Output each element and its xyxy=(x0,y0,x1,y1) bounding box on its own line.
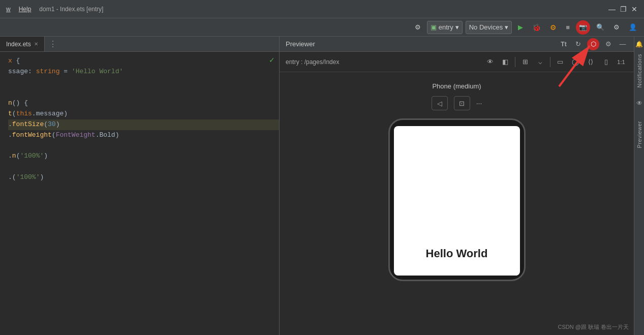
dropdown-chevron-icon: ▾ xyxy=(455,23,459,31)
title-bar: w Help dom1 - Index.ets [entry] — ❐ ✕ xyxy=(0,0,644,18)
menu-help[interactable]: Help xyxy=(19,6,32,13)
device-more-button[interactable]: ··· xyxy=(476,99,482,107)
minimize-button[interactable]: — xyxy=(608,6,616,13)
code-lines: x { ssage: string = 'Hello World' n() { … xyxy=(0,56,279,183)
notifications-label[interactable]: Notifications xyxy=(636,54,642,87)
no-devices-label: No Devices xyxy=(469,23,503,31)
user-icon: 👤 xyxy=(629,23,637,31)
editor-panel: Index.ets ✕ ⋮ ✓ x { ssage: string = 'Hel… xyxy=(0,37,280,335)
tab-more-button[interactable]: ⋮ xyxy=(45,39,61,49)
phone-screen: Hello World xyxy=(394,126,520,276)
layers-button[interactable]: ◧ xyxy=(499,55,512,69)
dropdown-view-button[interactable]: ⌵ xyxy=(534,55,547,69)
toolbar-separator-2 xyxy=(550,57,550,67)
highlighted-icon[interactable]: ⬡ xyxy=(587,38,599,50)
stop-button[interactable]: ■ xyxy=(563,21,573,34)
previewer-title: Previewer xyxy=(286,40,315,48)
code-line-2: ssage: string = 'Hello World' xyxy=(8,67,279,77)
code-line-12: .('100%') xyxy=(8,172,279,183)
previewer-sidebar-label[interactable]: Previewer xyxy=(636,121,642,148)
eye-icon[interactable]: 👁 xyxy=(636,100,642,107)
previewer-toolbar-right: 👁 ◧ ⊞ ⌵ ▭ ◯ ⟨⟩ ▯ 1:1 xyxy=(483,55,628,69)
rect-tool-button[interactable]: ▭ xyxy=(554,55,567,69)
ratio-button[interactable]: 1:1 xyxy=(615,55,628,69)
code-line-7: .fontSize(30) xyxy=(8,119,279,130)
code-line-4 xyxy=(8,87,279,98)
debug-run-button[interactable]: 🐞 xyxy=(529,21,544,34)
grid-view-button[interactable]: ⊞ xyxy=(518,55,532,69)
window-controls: — ❐ ✕ xyxy=(608,6,638,13)
inspect-button[interactable]: ⟨⟩ xyxy=(584,55,597,69)
debug-run-icon: 🐞 xyxy=(532,23,541,32)
code-line-11 xyxy=(8,162,279,172)
refresh-icon[interactable]: ↻ xyxy=(573,39,583,49)
tab-label: Index.ets xyxy=(6,41,31,48)
menu-w[interactable]: w xyxy=(6,6,11,13)
close-button[interactable]: ✕ xyxy=(631,6,638,13)
code-line-10: .n('100%') xyxy=(8,151,279,162)
play-icon: ▶ xyxy=(518,23,523,31)
right-sidebar: 🔔 Notifications 👁 Previewer xyxy=(634,37,644,335)
editor-tabs: Index.ets ✕ ⋮ xyxy=(0,37,279,52)
code-line-5: n() { xyxy=(8,98,279,109)
snapshot-button[interactable]: 📷 xyxy=(576,20,590,35)
device-label: Phone (medium) xyxy=(432,82,481,90)
rerun-icon: ⚙ xyxy=(550,23,557,32)
settings-icon: ⚙ xyxy=(614,23,620,31)
code-line-3 xyxy=(8,77,279,88)
circle-tool-button[interactable]: ◯ xyxy=(569,55,582,69)
search-button[interactable]: 🔍 xyxy=(593,21,607,34)
minimize-panel-icon[interactable]: — xyxy=(618,39,628,49)
no-devices-dropdown[interactable]: No Devices ▾ xyxy=(466,21,512,34)
previewer-header: Previewer Tt ↻ ⬡ ⚙ — xyxy=(280,37,634,52)
code-line-9 xyxy=(8,140,279,151)
code-line-6: t(this.message) xyxy=(8,109,279,119)
code-line-8: .fontWeight(FontWeight.Bold) xyxy=(8,130,279,141)
snapshot-icon: 📷 xyxy=(579,23,587,31)
previewer-header-icons: Tt ↻ ⬡ ⚙ — xyxy=(559,38,628,50)
previewer-toolbar: entry : /pages/Index 👁 ◧ ⊞ ⌵ ▭ ◯ ⟨⟩ ▯ 1:… xyxy=(280,52,634,72)
code-line-1: x { xyxy=(8,56,279,67)
device-controls: ◁ ⊡ ··· xyxy=(432,96,482,110)
device-view-button[interactable]: ⊡ xyxy=(454,96,470,110)
bell-icon[interactable]: 🔔 xyxy=(635,41,643,48)
entry-label: entry xyxy=(439,23,453,31)
settings-button[interactable]: ⚙ xyxy=(610,21,623,34)
tab-close-button[interactable]: ✕ xyxy=(34,41,38,47)
previewer-body: Phone (medium) ◁ ⊡ ··· Hello World xyxy=(280,72,634,335)
rotate-left-button[interactable]: ◁ xyxy=(432,96,448,110)
watermark: CSDN @跟 耿瑞 卷出一片天 xyxy=(558,323,629,331)
gear-settings-button[interactable]: ⚙ xyxy=(412,21,424,34)
editor-content[interactable]: ✓ x { ssage: string = 'Hello World' n() … xyxy=(0,52,279,335)
editor-tab-index-ets[interactable]: Index.ets ✕ xyxy=(0,37,45,51)
font-size-icon[interactable]: Tt xyxy=(559,39,569,49)
previewer-panel: Previewer Tt ↻ ⬡ ⚙ — entry : /pages/Inde… xyxy=(280,37,634,335)
gear-icon: ⚙ xyxy=(415,23,421,31)
menu-bar: w Help xyxy=(6,6,31,13)
user-button[interactable]: 👤 xyxy=(626,21,640,34)
run-button[interactable]: ▶ xyxy=(515,21,526,34)
path-label: entry : /pages/Index xyxy=(286,58,479,66)
maximize-button[interactable]: ❐ xyxy=(620,6,627,13)
settings-icon[interactable]: ⚙ xyxy=(603,39,614,49)
eye-view-button[interactable]: 👁 xyxy=(483,55,497,69)
phone-mockup: Hello World xyxy=(388,118,526,281)
stop-icon: ■ xyxy=(566,23,570,31)
main-layout: Index.ets ✕ ⋮ ✓ x { ssage: string = 'Hel… xyxy=(0,37,644,335)
hello-world-text: Hello World xyxy=(426,247,488,260)
entry-dropdown[interactable]: ▣ entry ▾ xyxy=(427,21,463,34)
window-title: dom1 - Index.ets [entry] xyxy=(39,6,103,13)
responsive-button[interactable]: ▯ xyxy=(599,55,612,69)
checkmark-icon: ✓ xyxy=(269,56,275,64)
search-icon: 🔍 xyxy=(596,23,604,31)
entry-icon: ▣ xyxy=(431,23,437,31)
rerun-button[interactable]: ⚙ xyxy=(547,21,560,34)
title-bar-left: w Help dom1 - Index.ets [entry] xyxy=(6,6,103,13)
devices-chevron-icon: ▾ xyxy=(505,23,508,31)
toolbar-separator-1 xyxy=(515,57,515,67)
main-toolbar: ⚙ ▣ entry ▾ No Devices ▾ ▶ 🐞 ⚙ ■ 📷 🔍 ⚙ 👤 xyxy=(0,18,644,37)
